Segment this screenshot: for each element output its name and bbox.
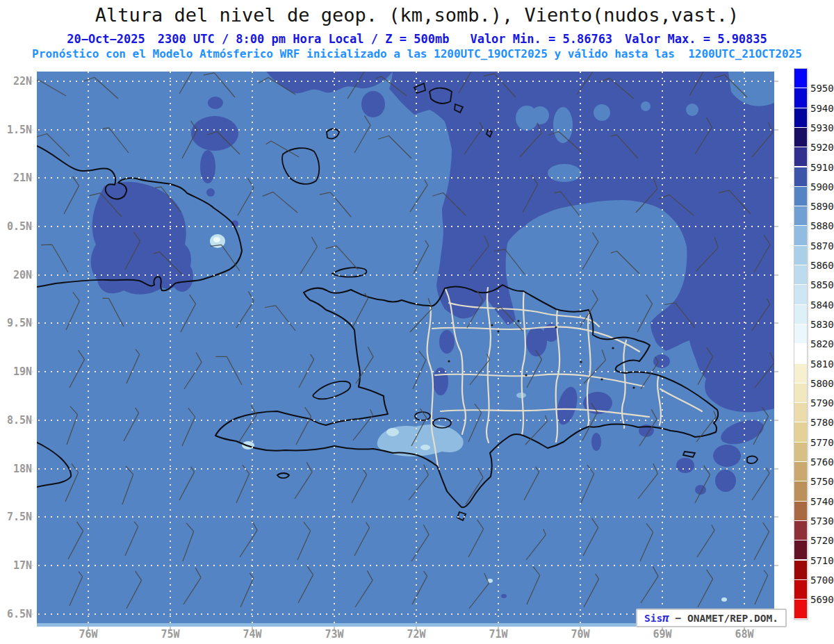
colorbar-label: 5790 xyxy=(810,397,834,408)
colorbar-label: 5750 xyxy=(810,476,834,487)
colorbar-label: 5920 xyxy=(810,142,834,153)
colorbar-label: 5780 xyxy=(810,417,834,428)
pi-symbol: π xyxy=(662,611,669,625)
colorbar-label: 5800 xyxy=(810,378,834,389)
map-speck xyxy=(517,320,519,322)
geopotential-high-blob xyxy=(501,594,507,598)
geopotential-high-blob xyxy=(361,91,385,117)
map-speck xyxy=(580,361,582,363)
latitude-label: 19N xyxy=(13,365,32,378)
colorbar-block xyxy=(794,383,807,402)
colorbar-block xyxy=(794,265,807,284)
latitude-label: 9.5N xyxy=(7,317,32,329)
colorbar-block xyxy=(794,246,807,265)
colorbar-label: 5840 xyxy=(810,299,834,311)
colorbar-block xyxy=(794,285,807,304)
shading-hole xyxy=(548,164,581,182)
colorbar-label: 5880 xyxy=(810,220,834,231)
colorbar-label: 5700 xyxy=(810,575,834,586)
geopotential-high-blob xyxy=(715,470,736,492)
colorbar-label: 5760 xyxy=(810,456,834,468)
colorbar-label: 5890 xyxy=(810,201,834,212)
geopotential-lower-blob xyxy=(386,428,399,436)
map-speck xyxy=(491,324,493,326)
colorbar-block xyxy=(794,481,807,500)
colorbar-block xyxy=(794,422,807,441)
latitude-label: 8.5N xyxy=(7,414,32,427)
colorbar-block xyxy=(794,344,807,363)
colorbar-block xyxy=(794,540,807,559)
colorbar-block xyxy=(794,580,807,599)
colorbar-block xyxy=(794,443,807,461)
colorbar-block xyxy=(794,502,807,520)
geopotential-high-blob xyxy=(483,158,497,175)
latitude-label: 20N xyxy=(13,269,32,281)
map-speck xyxy=(497,330,499,332)
colorbar: 5950594059305920591059005890588058705860… xyxy=(794,69,807,619)
shading-hole xyxy=(641,101,651,111)
geopotential-high-blob xyxy=(713,445,741,467)
colorbar-block xyxy=(794,561,807,579)
latitude-label: 6.5N xyxy=(7,608,32,620)
latitude-label: 18N xyxy=(13,463,32,475)
map-speck xyxy=(555,326,557,328)
map-speck xyxy=(448,360,450,362)
colorbar-label: 5950 xyxy=(810,83,834,94)
colorbar-label: 5870 xyxy=(810,240,834,251)
colorbar-label: 5770 xyxy=(810,437,834,448)
shading-hole xyxy=(594,104,610,121)
colorbar-block xyxy=(794,462,807,481)
organization-label: − ONAMET/REP.DOM. xyxy=(669,613,778,624)
colorbar-block xyxy=(794,187,807,206)
colorbar-block xyxy=(794,69,807,88)
colorbar-label: 5940 xyxy=(810,103,834,114)
colorbar-block xyxy=(794,600,807,618)
colorbar-label: 5740 xyxy=(810,496,834,507)
colorbar-block xyxy=(794,108,807,127)
map-speck xyxy=(612,347,614,349)
colorbar-label: 5810 xyxy=(810,358,834,370)
colorbar-block xyxy=(794,167,807,186)
geopotential-high-blob xyxy=(591,433,601,451)
colorbar-label: 5910 xyxy=(810,162,834,173)
colorbar-block xyxy=(794,305,807,324)
brand-name: Sis xyxy=(644,613,662,624)
colorbar-label: 5900 xyxy=(810,181,834,192)
geopotential-high-blob xyxy=(208,97,223,109)
shading-hole xyxy=(686,104,698,116)
colorbar-label: 5860 xyxy=(810,260,834,271)
colorbar-block xyxy=(794,128,807,147)
colorbar-label: 5690 xyxy=(810,594,834,605)
colorbar-block xyxy=(794,226,807,245)
geopotential-high-blob xyxy=(206,188,215,197)
latitude-label: 7.5N xyxy=(7,511,32,523)
colorbar-block xyxy=(794,324,807,343)
shading-hole xyxy=(553,107,573,143)
latitude-label: 17N xyxy=(13,559,32,572)
geopotential-low-blob xyxy=(516,393,526,398)
colorbar-block xyxy=(794,364,807,383)
map-canvas: 22N1.5N21N0.5N20N9.5N19N8.5N18N7.5N17N6.… xyxy=(0,0,834,644)
geopotential-high-blob xyxy=(171,261,193,292)
latitude-label: 22N xyxy=(13,75,32,88)
geopotential-min-blob xyxy=(213,237,220,242)
colorbar-label: 5820 xyxy=(810,338,834,349)
colorbar-block xyxy=(794,147,807,166)
colorbar-label: 5850 xyxy=(810,279,834,290)
colorbar-block xyxy=(794,521,807,540)
shading-hole xyxy=(516,106,538,131)
colorbar-block xyxy=(794,88,807,107)
branding-badge: Sisπ − ONAMET/REP.DOM. xyxy=(636,609,787,627)
colorbar-label: 5930 xyxy=(810,122,834,133)
colorbar-label: 5730 xyxy=(810,515,834,527)
colorbar-block xyxy=(794,206,807,225)
colorbar-label: 5830 xyxy=(810,319,834,330)
geopotential-high-blob xyxy=(450,265,484,302)
weather-map-page: Altura del nivel de geop. (km,somb.), Vi… xyxy=(0,0,834,644)
map-speck xyxy=(632,386,635,388)
map-speck xyxy=(525,374,527,376)
geopotential-high-blob xyxy=(439,330,455,354)
geopotential-lower-blob xyxy=(420,445,430,450)
colorbar-label: 5720 xyxy=(810,535,834,546)
geopotential-high-blob xyxy=(676,458,694,473)
